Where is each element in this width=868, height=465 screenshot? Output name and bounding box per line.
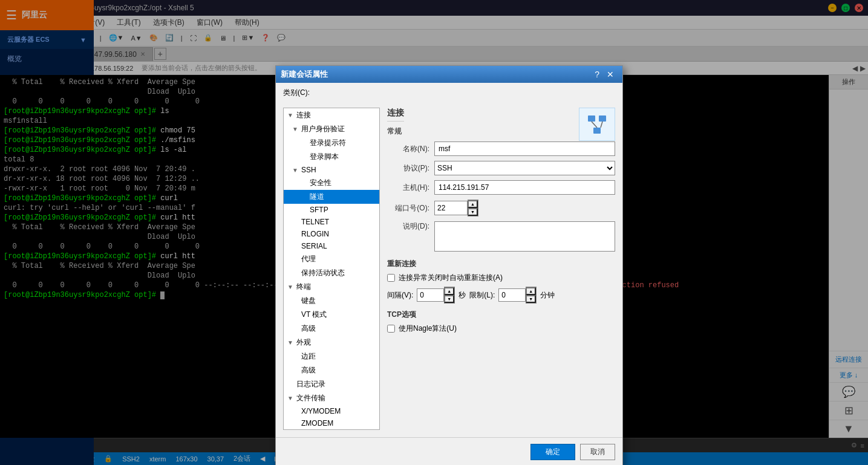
tree-item-filetransfer[interactable]: ▼文件传输 bbox=[284, 391, 379, 405]
form-row-desc: 说明(D): bbox=[387, 221, 615, 252]
limit-label: 限制(L): bbox=[469, 290, 495, 301]
interval-spinbox: ▲ ▼ bbox=[417, 287, 455, 304]
svg-line-4 bbox=[601, 122, 602, 128]
interval-down-button[interactable]: ▼ bbox=[444, 295, 454, 303]
port-down-button[interactable]: ▼ bbox=[468, 208, 478, 216]
tree-item-zmodem[interactable]: ZMODEM bbox=[284, 417, 379, 429]
tree-item-loginprompt[interactable]: 登录提示符 bbox=[284, 136, 379, 150]
tree-item-security[interactable]: 安全性 bbox=[284, 176, 379, 190]
protocol-label: 协议(P): bbox=[387, 163, 429, 174]
tree-item-loginscript[interactable]: 登录脚本 bbox=[284, 150, 379, 164]
port-arrows: ▲ ▼ bbox=[468, 200, 478, 216]
tree-item-terminal[interactable]: ▼终端 bbox=[284, 280, 379, 294]
tree-item-logging[interactable]: 日志记录 bbox=[284, 377, 379, 391]
reconnect-section: 重新连接 连接异常关闭时自动重新连接(A) 间隔(V): ▲ ▼ 秒 bbox=[387, 259, 615, 304]
nagle-checkbox[interactable] bbox=[387, 325, 395, 333]
tree-item-proxy[interactable]: 代理 bbox=[284, 252, 379, 266]
tree-expand-appearance-icon: ▼ bbox=[287, 339, 295, 346]
desc-textarea[interactable] bbox=[434, 221, 615, 252]
seconds-label: 秒 bbox=[458, 290, 466, 301]
tree-item-appearance[interactable]: ▼外观 bbox=[284, 336, 379, 350]
network-svg bbox=[585, 112, 609, 137]
svg-line-3 bbox=[592, 122, 597, 128]
network-icon bbox=[579, 108, 615, 141]
dialog-right-panel: 连接 常规 名称(N): bbox=[387, 108, 615, 430]
port-label: 端口号(O): bbox=[387, 203, 429, 213]
form-row-host: 主机(H): bbox=[387, 180, 615, 195]
form-row-name: 名称(N): bbox=[387, 141, 615, 156]
desc-label: 说明(D): bbox=[387, 221, 429, 232]
reconnect-checkbox-row: 连接异常关闭时自动重新连接(A) bbox=[387, 273, 615, 283]
dialog-section-title: 连接 bbox=[387, 108, 404, 122]
tree-item-sftp[interactable]: SFTP bbox=[284, 204, 379, 216]
tree-item-tunnel[interactable]: 隧道 bbox=[284, 190, 379, 204]
host-input[interactable] bbox=[434, 180, 615, 195]
tree-item-ssh[interactable]: ▼SSH bbox=[284, 164, 379, 176]
dialog-body: ▼连接 ▼用户身份验证 登录提示符 登录脚本 ▼SSH 安全性 隧道 SFTP bbox=[276, 100, 622, 437]
tcp-section: TCP选项 使用Nagle算法(U) bbox=[387, 310, 615, 334]
host-label: 主机(H): bbox=[387, 183, 429, 193]
svg-rect-0 bbox=[588, 115, 595, 122]
reconnect-label: 连接异常关闭时自动重新连接(A) bbox=[399, 273, 503, 283]
form-row-port: 端口号(O): ▲ ▼ bbox=[387, 200, 615, 216]
tree-item-margin[interactable]: 边距 bbox=[284, 350, 379, 363]
limit-up-button[interactable]: ▲ bbox=[526, 287, 536, 295]
tree-expand-ssh-icon: ▼ bbox=[292, 167, 299, 174]
tree-item-keepalive[interactable]: 保持活动状态 bbox=[284, 266, 379, 280]
interval-label: 间隔(V): bbox=[387, 290, 413, 301]
svg-rect-2 bbox=[593, 128, 601, 134]
interval-arrows: ▲ ▼ bbox=[444, 287, 455, 304]
tree-expand-icon: ▼ bbox=[292, 126, 299, 132]
reconnect-checkbox[interactable] bbox=[387, 274, 395, 282]
interval-input[interactable] bbox=[417, 288, 444, 302]
interval-row: 间隔(V): ▲ ▼ 秒 限制(L): ▲ ▼ bbox=[387, 287, 615, 304]
dialog-titlebar: 新建会话属性 ? ✕ bbox=[276, 66, 622, 83]
svg-rect-1 bbox=[599, 115, 606, 122]
tree-expand-icon: ▼ bbox=[287, 112, 295, 119]
dialog-ok-button[interactable]: 确定 bbox=[530, 444, 575, 460]
limit-arrows: ▲ ▼ bbox=[526, 287, 537, 304]
minutes-label: 分钟 bbox=[540, 290, 555, 301]
tree-item-rlogin[interactable]: RLOGIN bbox=[284, 228, 379, 240]
tree-item-advanced2[interactable]: 高级 bbox=[284, 363, 379, 377]
tree-item-keyboard[interactable]: 键盘 bbox=[284, 294, 379, 308]
session-tree: ▼连接 ▼用户身份验证 登录提示符 登录脚本 ▼SSH 安全性 隧道 SFTP bbox=[283, 108, 380, 430]
category-label-row: 类别(C): bbox=[276, 83, 622, 100]
port-spinbox: ▲ ▼ bbox=[434, 200, 478, 216]
tree-item-telnet[interactable]: TELNET bbox=[284, 216, 379, 228]
tree-item-xymodem[interactable]: X/YMODEM bbox=[284, 405, 379, 417]
new-session-dialog: 新建会话属性 ? ✕ 类别(C): ▼连接 ▼用户身份验证 登录提示符 登录脚本… bbox=[275, 65, 623, 465]
dialog-subsection-title: 常规 bbox=[387, 126, 404, 137]
dialog-footer: 确定 取消 bbox=[276, 437, 622, 465]
tree-item-vtmode[interactable]: VT 模式 bbox=[284, 308, 379, 322]
form-row-protocol: 协议(P): SSH TELNET RLOGIN SERIAL SFTP bbox=[387, 161, 615, 175]
limit-input[interactable] bbox=[498, 288, 526, 302]
dialog-help-button[interactable]: ? bbox=[591, 68, 603, 80]
name-input[interactable] bbox=[434, 141, 615, 156]
port-input[interactable] bbox=[434, 201, 468, 215]
port-up-button[interactable]: ▲ bbox=[468, 200, 478, 208]
tree-expand-ft-icon: ▼ bbox=[287, 395, 295, 402]
reconnect-title: 重新连接 bbox=[387, 259, 615, 269]
limit-down-button[interactable]: ▼ bbox=[526, 295, 536, 303]
tcp-title: TCP选项 bbox=[387, 310, 615, 320]
protocol-select[interactable]: SSH TELNET RLOGIN SERIAL SFTP bbox=[434, 161, 615, 175]
nagle-label: 使用Nagle算法(U) bbox=[399, 324, 457, 334]
limit-spinbox: ▲ ▼ bbox=[498, 287, 537, 304]
interval-up-button[interactable]: ▲ bbox=[444, 287, 454, 295]
tree-item-serial[interactable]: SERIAL bbox=[284, 240, 379, 252]
dialog-cancel-button[interactable]: 取消 bbox=[580, 444, 615, 460]
name-label: 名称(N): bbox=[387, 144, 429, 154]
tree-item-advanced1[interactable]: 高级 bbox=[284, 322, 379, 336]
dialog-title: 新建会话属性 bbox=[281, 69, 591, 80]
category-label: 类别(C): bbox=[283, 88, 310, 97]
tree-item-auth[interactable]: ▼用户身份验证 bbox=[284, 122, 379, 136]
tree-item-connection[interactable]: ▼连接 bbox=[284, 108, 379, 122]
tcp-checkbox-row: 使用Nagle算法(U) bbox=[387, 324, 615, 334]
tree-expand-terminal-icon: ▼ bbox=[287, 284, 295, 290]
dialog-close-button[interactable]: ✕ bbox=[603, 68, 618, 80]
